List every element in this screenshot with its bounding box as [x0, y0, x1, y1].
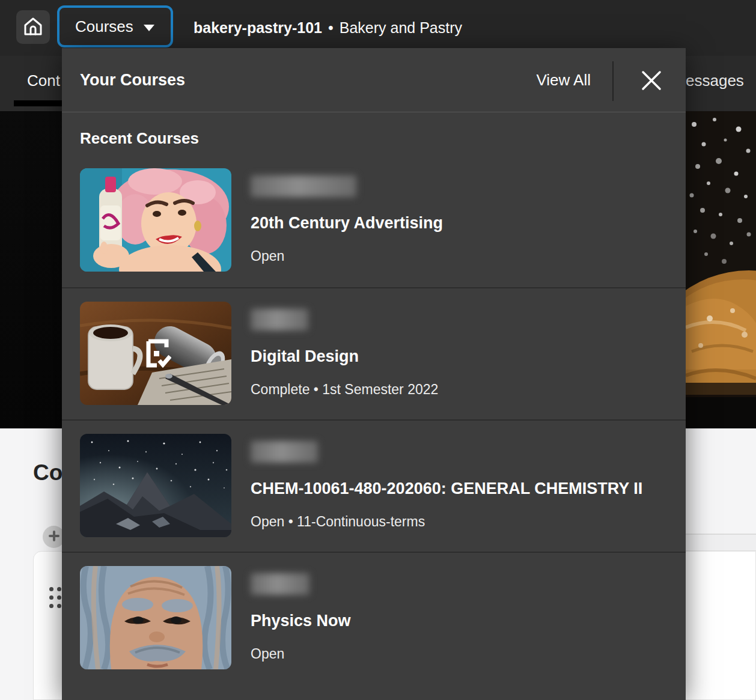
- course-image-coffee-notebook: [80, 302, 231, 405]
- course-image-night-mountains: [80, 434, 231, 537]
- active-tab-indicator: [14, 100, 65, 106]
- blurred-course-id: [251, 573, 309, 595]
- breadcrumb-separator: •: [328, 19, 334, 37]
- courses-menu-label: Courses: [75, 17, 133, 36]
- course-row-digital-design[interactable]: Digital Design Complete • 1st Semester 2…: [62, 287, 686, 419]
- course-title: Physics Now: [251, 612, 351, 630]
- blurred-course-id: [251, 441, 318, 463]
- header-divider: [612, 61, 614, 101]
- close-panel-button[interactable]: [634, 64, 669, 99]
- course-row-general-chemistry[interactable]: CHEM-10061-480-202060: GENERAL CHEMISTRY…: [62, 419, 686, 552]
- tab-messages[interactable]: essages: [686, 56, 756, 106]
- your-courses-panel: Your Courses View All Recent Courses: [62, 48, 686, 700]
- course-info: Physics Now Open: [251, 566, 351, 684]
- view-all-link[interactable]: View All: [536, 48, 591, 112]
- clipboard-check-icon: [146, 339, 171, 368]
- home-icon: [23, 16, 43, 38]
- panel-header: Your Courses View All: [62, 48, 686, 112]
- course-row-physics-now[interactable]: Physics Now Open: [62, 552, 686, 684]
- course-title: Digital Design: [251, 347, 438, 366]
- app-window: Courses bakery-pastry-101 • Bakery and P…: [0, 0, 756, 700]
- panel-title: Your Courses: [80, 48, 185, 112]
- close-icon: [639, 68, 663, 94]
- course-info: Digital Design Complete • 1st Semester 2…: [251, 302, 438, 419]
- chevron-down-icon: [143, 17, 155, 36]
- tab-content[interactable]: Cont: [27, 56, 60, 106]
- course-title: CHEM-10061-480-202060: GENERAL CHEMISTRY…: [251, 479, 642, 498]
- course-info: 20th Century Advertising Open: [251, 168, 443, 287]
- course-image-einstein-figurine: [80, 566, 231, 669]
- course-row-20th-century-advertising[interactable]: 20th Century Advertising Open: [62, 155, 686, 287]
- blurred-course-id: [251, 309, 308, 330]
- course-status: Open • 11-Continuous-terms: [251, 514, 642, 530]
- course-status: Open: [251, 248, 443, 264]
- course-status: Open: [251, 646, 351, 662]
- recent-courses-heading: Recent Courses: [80, 129, 686, 148]
- blurred-course-id: [251, 175, 356, 197]
- pastry-banner-image: [686, 111, 756, 428]
- course-status: Complete • 1st Semester 2022: [251, 382, 438, 398]
- courses-menu-button[interactable]: Courses: [57, 5, 173, 47]
- recent-courses-list: 20th Century Advertising Open: [62, 155, 686, 684]
- breadcrumb-course-name: Bakery and Pastry: [340, 19, 462, 37]
- content-subheader-strip: [686, 535, 756, 551]
- drag-handle-icon[interactable]: [47, 585, 63, 610]
- home-button[interactable]: [16, 10, 50, 44]
- breadcrumb-course-code: bakery-pastry-101: [194, 19, 322, 37]
- course-image-retro-advertising: [80, 168, 231, 272]
- plus-icon: [49, 531, 59, 543]
- course-info: CHEM-10061-480-202060: GENERAL CHEMISTRY…: [251, 434, 642, 552]
- content-section-heading: Co: [33, 460, 62, 485]
- course-title: 20th Century Advertising: [251, 214, 443, 233]
